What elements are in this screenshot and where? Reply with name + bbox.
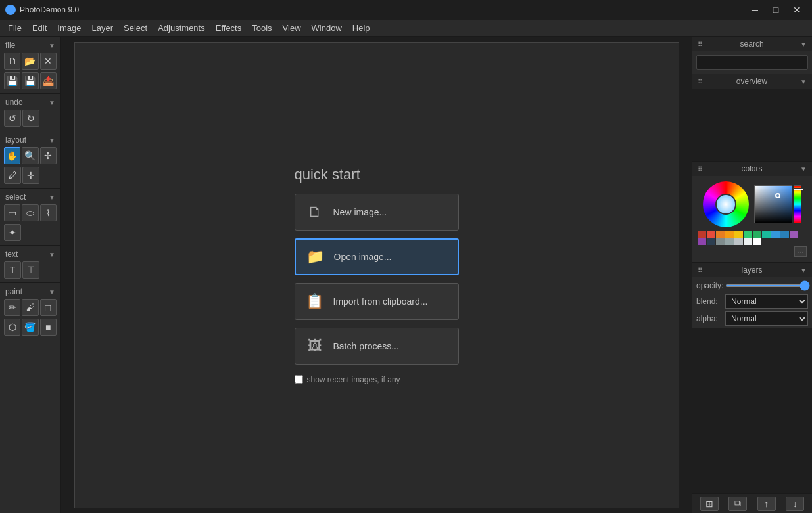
search-input-container — [692, 51, 812, 74]
opacity-row: opacity: 100 ↺ ↻ — [696, 280, 808, 292]
open-image-label: Open image... — [334, 252, 392, 262]
color-swatch[interactable] — [790, 231, 798, 238]
menu-effects[interactable]: Effects — [210, 21, 247, 35]
menu-edit[interactable]: Edit — [27, 21, 52, 35]
color-swatch[interactable] — [698, 238, 706, 245]
color-swatch[interactable] — [716, 231, 725, 238]
move-layer-down-button[interactable]: ↓ — [786, 497, 804, 511]
color-swatch[interactable] — [725, 238, 734, 245]
duplicate-layer-button[interactable]: ⧉ — [728, 497, 747, 511]
main-layout: file ▼ 🗋 📂 ✕ 💾 💾 📤 undo ▼ ↺ ↻ — [0, 37, 812, 513]
paint-chevron-icon: ▼ — [49, 288, 55, 296]
opacity-label: opacity: — [696, 281, 723, 290]
alpha-select[interactable]: Normal Multiply Screen — [725, 311, 808, 326]
hsv-picker[interactable] — [754, 185, 792, 223]
rect-select-button[interactable]: ▭ — [4, 204, 20, 221]
layers-dots-icon: ⠿ — [698, 267, 702, 274]
new-image-button[interactable]: 🗋 New image... — [295, 194, 459, 231]
export-button[interactable]: 📤 — [40, 72, 57, 89]
paint-section-header: paint ▼ — [1, 286, 59, 298]
pencil-button[interactable]: ✏ — [4, 299, 20, 316]
file-section-header: file ▼ — [1, 39, 59, 51]
color-wheel[interactable] — [703, 181, 749, 227]
maximize-button[interactable]: □ — [766, 3, 786, 16]
batch-process-label: Batch process... — [333, 341, 399, 351]
color-swatch[interactable] — [753, 238, 761, 245]
add-layer-button[interactable]: ⊞ — [700, 497, 719, 511]
minimize-button[interactable]: ─ — [745, 3, 765, 16]
layers-canvas — [692, 328, 812, 493]
crosshair-button[interactable]: ✛ — [22, 167, 39, 184]
magic-wand-button[interactable]: ✦ — [4, 224, 21, 241]
new-file-button[interactable]: 🗋 — [4, 53, 20, 70]
color-swatch[interactable] — [734, 231, 743, 238]
save-button[interactable]: 💾 — [4, 72, 20, 89]
color-picker-button[interactable]: 🖊 — [4, 167, 21, 184]
alpha-row: alpha: Normal Multiply Screen — [696, 311, 808, 326]
overview-panel-header: ⠿ overview ▼ — [692, 74, 812, 89]
redo-button[interactable]: ↻ — [22, 110, 39, 127]
move-tool-button[interactable]: ✢ — [40, 147, 57, 164]
colors-panel-header: ⠿ colors ▼ — [692, 162, 812, 176]
color-swatch[interactable] — [753, 231, 761, 238]
more-swatches-button[interactable]: ··· — [794, 246, 807, 257]
menu-window[interactable]: Window — [306, 21, 347, 35]
text-outline-button[interactable]: 𝕋 — [22, 261, 39, 279]
import-clipboard-icon: 📋 — [306, 293, 324, 310]
right-panel: ⠿ search ▼ ⠿ overview ▼ ⠿ colors ▼ — [692, 37, 812, 513]
select-tools-row2: ✦ — [1, 223, 59, 242]
fill-button[interactable]: ⬡ — [4, 319, 20, 336]
color-swatch[interactable] — [780, 231, 789, 238]
eraser-button[interactable]: ◻ — [40, 299, 57, 316]
lasso-select-button[interactable]: ⌇ — [40, 204, 57, 221]
search-dots-icon: ⠿ — [698, 41, 702, 48]
undo-button[interactable]: ↺ — [4, 110, 21, 127]
app-icon — [5, 5, 16, 15]
new-image-label: New image... — [333, 207, 387, 217]
hue-slider[interactable] — [794, 185, 801, 223]
color-swatch[interactable] — [734, 238, 743, 245]
paint-bucket-button[interactable]: 🪣 — [22, 319, 38, 336]
close-button[interactable]: ✕ — [787, 3, 807, 16]
file-label: file — [5, 41, 15, 50]
menu-help[interactable]: Help — [347, 21, 375, 35]
menu-tools[interactable]: Tools — [247, 21, 277, 35]
color-swatch[interactable] — [744, 231, 752, 238]
text-button[interactable]: T — [4, 261, 21, 279]
color-swatch[interactable] — [698, 231, 706, 238]
layers-header-label: layers — [742, 265, 763, 275]
color-swatch[interactable] — [707, 238, 715, 245]
color-swatch[interactable] — [744, 238, 752, 245]
search-input[interactable] — [696, 55, 808, 70]
menu-layer[interactable]: Layer — [87, 21, 119, 35]
move-layer-up-button[interactable]: ↑ — [757, 497, 776, 511]
show-recent-checkbox[interactable] — [295, 375, 303, 384]
left-toolbar: file ▼ 🗋 📂 ✕ 💾 💾 📤 undo ▼ ↺ ↻ — [0, 37, 61, 513]
brush-button[interactable]: 🖌 — [22, 299, 38, 316]
color-swatch[interactable] — [716, 238, 725, 245]
menu-image[interactable]: Image — [52, 21, 86, 35]
save-as-button[interactable]: 💾 — [22, 72, 38, 89]
color-swatch[interactable] — [707, 231, 715, 238]
layers-controls: opacity: 100 ↺ ↻ blend: Normal Multiply … — [692, 277, 812, 328]
hand-tool-button[interactable]: ✋ — [4, 147, 20, 164]
opacity-slider[interactable] — [725, 284, 810, 287]
search-panel-header: ⠿ search ▼ — [692, 37, 812, 51]
import-clipboard-button[interactable]: 📋 Import from clipboard... — [295, 283, 459, 320]
batch-process-button[interactable]: 🖼 Batch process... — [295, 328, 459, 365]
menu-adjustments[interactable]: Adjustments — [153, 21, 210, 35]
color-swatch[interactable] — [762, 231, 771, 238]
menu-file[interactable]: File — [3, 21, 27, 35]
close-file-button[interactable]: ✕ — [40, 53, 57, 70]
color-swatch[interactable] — [725, 231, 734, 238]
ellipse-select-button[interactable]: ⬭ — [22, 204, 38, 221]
menu-view[interactable]: View — [277, 21, 306, 35]
open-image-button[interactable]: 📁 Open image... — [295, 238, 459, 275]
square-paint-button[interactable]: ■ — [40, 319, 57, 336]
color-swatch[interactable] — [771, 231, 780, 238]
zoom-tool-button[interactable]: 🔍 — [22, 147, 38, 164]
menu-select[interactable]: Select — [118, 21, 153, 35]
search-header-label: search — [740, 39, 764, 49]
blend-select[interactable]: Normal Multiply Screen Overlay — [725, 294, 808, 309]
open-file-button[interactable]: 📂 — [22, 53, 38, 70]
